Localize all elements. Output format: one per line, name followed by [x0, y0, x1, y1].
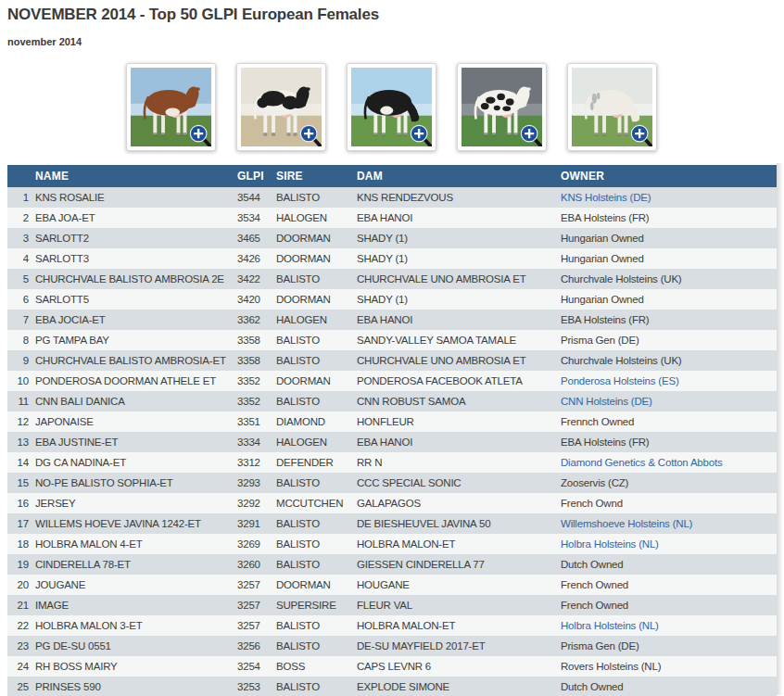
- owner-link[interactable]: Willemshoeve Holsteins (NL): [561, 518, 692, 529]
- sire-cell: DEFENDER: [276, 452, 357, 473]
- owner-text: Zooservis (CZ): [561, 477, 628, 488]
- cow-photo: [241, 68, 322, 146]
- sire-cell: MCCUTCHEN: [276, 493, 357, 513]
- zoom-icon[interactable]: [520, 124, 542, 146]
- dam-cell: DE-SU MAYFIELD 2017-ET: [357, 636, 561, 656]
- dam-cell: EXPLODE SIMONE: [357, 677, 561, 696]
- name-cell: PONDEROSA DOORMAN ATHELE ET: [35, 371, 237, 391]
- dam-cell: GALAPAGOS: [357, 493, 561, 513]
- dam-cell: HONFLEUR: [357, 411, 561, 432]
- dam-cell: KNS RENDEZVOUS: [357, 187, 561, 208]
- glpi-cell: 3534: [237, 208, 276, 228]
- sire-cell: BALISTO: [276, 636, 357, 656]
- cow-thumbnail-white-grazing-cow[interactable]: [567, 63, 657, 151]
- table-row: 22HOLBRA MALON 3-ET3257BALISTOHOLBRA MAL…: [7, 615, 777, 636]
- name-cell: HOLBRA MALON 3-ET: [35, 615, 237, 636]
- table-right-shadow: [777, 163, 783, 695]
- name-cell: DG CA NADINA-ET: [35, 452, 237, 473]
- rank-cell: 1: [7, 187, 35, 208]
- table-row: 11CNN BALI DANICA3352BALISTOCNN ROBUST S…: [7, 391, 777, 411]
- dam-cell: CNN ROBUST SAMOA: [357, 391, 561, 411]
- dam-cell: SHADY (1): [357, 248, 561, 269]
- name-cell: RH BOSS MAIRY: [35, 656, 237, 677]
- rank-cell: 20: [7, 575, 35, 595]
- owner-cell: EBA Holsteins (FR): [561, 432, 777, 452]
- owner-link[interactable]: Holbra Holsteins (NL): [561, 538, 659, 550]
- magnifier-plus-icon: [520, 124, 542, 146]
- rank-cell: 2: [7, 208, 35, 228]
- dam-cell: PONDEROSA FACEBOOK ATLETA: [357, 371, 561, 391]
- zoom-icon[interactable]: [189, 124, 211, 146]
- cow-thumbnail-holstein-black-white-cow[interactable]: [236, 63, 326, 151]
- owner-cell: Hungarian Owned: [561, 289, 777, 310]
- owner-link[interactable]: Ponderosa Holsteins (ES): [561, 375, 679, 386]
- glpi-cell: 3422: [237, 269, 276, 289]
- dam-cell: CHURCHVALE UNO AMBROSIA ET: [357, 269, 561, 289]
- owner-link[interactable]: Diamond Genetics & Cotton Abbots: [561, 457, 723, 468]
- cow-thumbnail-spotted-white-cow[interactable]: [457, 63, 547, 151]
- rank-cell: 6: [7, 289, 35, 310]
- rank-cell: 25: [7, 677, 35, 696]
- table-row: 2EBA JOA-ET3534HALOGENEBA HANOIEBA Holst…: [7, 208, 777, 228]
- table-row: 23PG DE-SU 05513256BALISTODE-SU MAYFIELD…: [7, 636, 777, 656]
- glpi-cell: 3358: [237, 330, 276, 350]
- owner-text: Churchvale Holsteins (UK): [561, 273, 682, 285]
- name-cell: WILLEMS HOEVE JAVINA 1242-ET: [35, 513, 237, 534]
- zoom-icon[interactable]: [410, 124, 432, 146]
- name-cell: IMAGE: [35, 595, 237, 615]
- zoom-icon[interactable]: [630, 124, 652, 146]
- cow-thumbnail-grazing-black-cow[interactable]: [347, 63, 436, 151]
- glpi-cell: 3291: [237, 513, 276, 534]
- rank-cell: 13: [7, 432, 35, 452]
- table-row: 7EBA JOCIA-ET3362HALOGENEBA HANOIEBA Hol…: [7, 310, 777, 330]
- header-rank: [7, 165, 35, 187]
- sire-cell: DOORMAN: [276, 371, 357, 391]
- glpi-cell: 3292: [237, 493, 276, 513]
- dam-cell: SHADY (1): [357, 289, 561, 310]
- dam-cell: EBA HANOI: [357, 310, 561, 330]
- name-cell: JAPONAISE: [35, 411, 237, 432]
- header-dam: DAM: [357, 165, 561, 187]
- owner-text: Rovers Holsteins (NL): [561, 661, 661, 672]
- sire-cell: BALISTO: [276, 615, 357, 636]
- owner-cell: CNN Holsteins (DE): [561, 391, 777, 411]
- owner-link[interactable]: CNN Holsteins (DE): [561, 396, 652, 407]
- dam-cell: SHADY (1): [357, 228, 561, 248]
- owner-text: French Owned: [561, 579, 628, 590]
- owner-text: Prisma Gen (DE): [561, 640, 639, 652]
- rank-cell: 5: [7, 269, 35, 289]
- header-name: NAME: [35, 165, 237, 187]
- glpi-cell: 3351: [237, 411, 276, 432]
- owner-link[interactable]: Holbra Holsteins (NL): [561, 620, 659, 631]
- cow-thumbnail-red-white-cow[interactable]: [126, 63, 216, 151]
- name-cell: EBA JOA-ET: [35, 208, 237, 228]
- dam-cell: DE BIESHEUVEL JAVINA 50: [357, 513, 561, 534]
- sire-cell: BALISTO: [276, 534, 357, 554]
- sire-cell: BALISTO: [276, 187, 357, 208]
- name-cell: CNN BALI DANICA: [35, 391, 237, 411]
- sire-cell: BALISTO: [276, 330, 357, 350]
- owner-cell: Prisma Gen (DE): [561, 330, 777, 350]
- table-row: 3SARLOTT23465DOORMANSHADY (1)Hungarian O…: [7, 228, 777, 248]
- rank-cell: 23: [7, 636, 35, 656]
- zoom-icon[interactable]: [299, 124, 322, 146]
- rank-cell: 3: [7, 228, 35, 248]
- table-row: 6SARLOTT53420DOORMANSHADY (1)Hungarian O…: [7, 289, 777, 310]
- owner-cell: French Ownd: [561, 493, 777, 513]
- name-cell: PG DE-SU 0551: [35, 636, 237, 656]
- name-cell: JERSEY: [35, 493, 237, 513]
- table-row: 19CINDERELLA 78-ET3260BALISTOGIESSEN CIN…: [7, 554, 777, 575]
- dam-cell: HOLBRA MALON-ET: [357, 615, 561, 636]
- owner-cell: Churchvale Holsteins (UK): [561, 269, 777, 289]
- sire-cell: HALOGEN: [276, 432, 357, 452]
- sire-cell: DOORMAN: [276, 289, 357, 310]
- owner-text: EBA Holsteins (FR): [561, 314, 649, 325]
- table-row: 12JAPONAISE3351DIAMONDHONFLEURFrennch Ow…: [7, 411, 777, 432]
- glpi-cell: 3269: [237, 534, 276, 554]
- rank-cell: 10: [7, 371, 35, 391]
- owner-link[interactable]: KNS Holsteins (DE): [561, 192, 651, 203]
- dam-cell: FLEUR VAL: [357, 595, 561, 615]
- table-row: 18HOLBRA MALON 4-ET3269BALISTOHOLBRA MAL…: [7, 534, 777, 554]
- header-owner: OWNER: [561, 165, 777, 187]
- glpi-cell: 3253: [237, 677, 276, 696]
